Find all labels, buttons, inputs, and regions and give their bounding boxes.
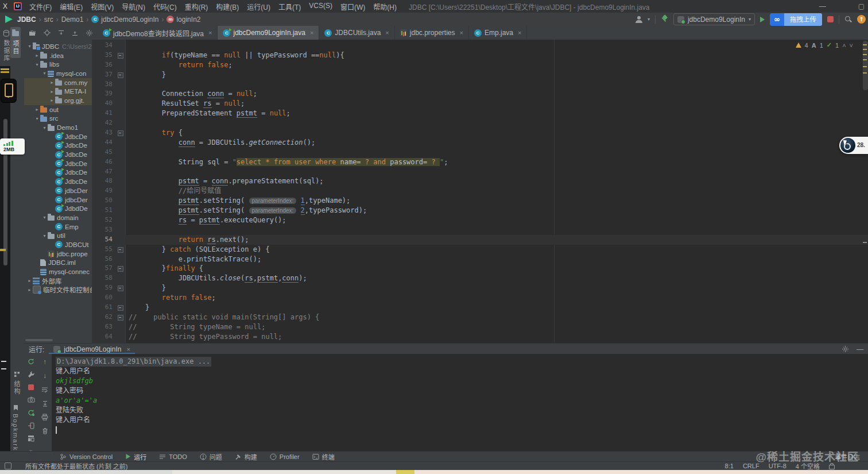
vertical-scrollbar[interactable] <box>863 41 868 90</box>
build-hammer-icon[interactable] <box>661 16 668 23</box>
locate-icon[interactable] <box>44 29 51 36</box>
editor-line[interactable]: 43 try { <box>92 128 868 138</box>
phone-overlay-icon[interactable] <box>1 79 17 103</box>
tree-item[interactable]: mysql-connec <box>24 267 92 276</box>
toolwindow-button-play[interactable]: 运行 <box>125 452 146 461</box>
tree-chevron-icon[interactable]: ▾ <box>41 71 48 76</box>
editor-tab[interactable]: jdbc.properties× <box>395 26 469 40</box>
editor-line[interactable]: 48 pstmt = conn.prepareStatement(sql); <box>92 176 868 186</box>
editor-line[interactable]: 51 pstmt.setString( parameterIndex: 2,ty… <box>92 206 868 215</box>
fold-icon[interactable] <box>118 315 123 321</box>
tree-item[interactable]: JDBCUt <box>24 240 92 249</box>
close-icon[interactable]: × <box>310 29 313 36</box>
menu-item[interactable]: 构建(B) <box>212 2 243 11</box>
breadcrumb-item[interactable]: JDBC <box>17 16 36 24</box>
editor-line[interactable]: 41 PreparedStatement pstmt = null; <box>92 109 868 118</box>
menu-item[interactable]: 导航(N) <box>118 2 149 11</box>
tree-item[interactable]: ▸META-I <box>24 87 92 96</box>
lock-icon[interactable] <box>829 465 835 469</box>
tree-chevron-icon[interactable]: ▾ <box>41 215 48 220</box>
tree-item[interactable]: jdbcDer <box>24 195 92 205</box>
editor-line[interactable]: 46 String sql = "select * from user wher… <box>92 157 868 167</box>
tree-item[interactable]: JdbcDe <box>24 132 92 141</box>
wrench-icon[interactable] <box>26 371 36 378</box>
editor-line[interactable]: 60 return false; <box>92 293 868 303</box>
update-notification-icon[interactable]: ↑ <box>857 15 866 24</box>
horizontal-scrollbar[interactable] <box>25 339 53 341</box>
tree-item[interactable]: JdbcDe <box>24 159 92 168</box>
editor-line[interactable]: 37 } <box>92 70 868 80</box>
tree-chevron-icon[interactable]: ▸ <box>49 80 55 85</box>
editor-line[interactable]: 61 } <box>92 303 868 313</box>
stripe-button-结构[interactable]: 结构 <box>11 368 22 398</box>
stop-icon[interactable] <box>26 383 36 391</box>
close-icon[interactable]: × <box>208 29 212 36</box>
tree-chevron-icon[interactable]: ▾ <box>41 125 48 130</box>
trash-icon[interactable] <box>40 426 49 436</box>
toolwindow-button-profiler[interactable]: Profiler <box>270 453 300 460</box>
menu-item[interactable]: 运行(U) <box>243 2 274 11</box>
breadcrumb-item[interactable]: jdbcDemo9LoginIn <box>91 16 158 24</box>
tree-chevron-icon[interactable]: ▾ <box>41 233 48 238</box>
editor-line[interactable]: 50 pstmt.setString( parameterIndex: 1,ty… <box>92 196 868 206</box>
fold-icon[interactable] <box>118 247 123 253</box>
tree-item[interactable]: ▸org.gjt. <box>24 96 92 105</box>
breadcrumb-item[interactable]: src <box>44 16 53 24</box>
editor-tab[interactable]: jdbcDemo8查询封装返回.java× <box>98 26 218 40</box>
menu-item[interactable]: 视图(V) <box>87 2 118 11</box>
status-widget-icon[interactable] <box>5 463 11 469</box>
tree-chevron-icon[interactable]: ▸ <box>34 53 40 58</box>
editor-line[interactable]: 63// String typeName = null; <box>92 322 868 332</box>
user-icon[interactable] <box>636 16 642 23</box>
tree-item[interactable]: ▸外部库 <box>24 276 92 286</box>
fold-icon[interactable] <box>118 130 123 136</box>
tree-item[interactable]: JDBC.iml <box>24 259 92 268</box>
breadcrumb-item[interactable]: Demo1 <box>61 16 84 24</box>
next-issue-icon[interactable]: ˅ <box>850 42 853 49</box>
menu-item[interactable]: 代码(C) <box>149 2 181 11</box>
console-line[interactable]: okjlsdfgb <box>56 376 868 386</box>
tree-item[interactable]: ▾JDBCC:\Users\2 <box>24 42 92 51</box>
toolwindow-button-todo[interactable]: TODO <box>159 453 187 460</box>
console-line[interactable]: 键入用户名 <box>56 415 868 425</box>
tree-item[interactable]: ▾Demo1 <box>24 123 92 132</box>
camera-icon[interactable] <box>26 396 36 403</box>
collapse-all-icon[interactable] <box>72 30 78 36</box>
editor-line[interactable]: 34 <box>92 41 868 51</box>
editor-line[interactable]: 56 e.printStackTrace(); <box>92 255 868 264</box>
exit-icon[interactable] <box>26 422 36 429</box>
editor-line[interactable]: 36 return false; <box>92 60 868 70</box>
expand-all-icon[interactable] <box>58 30 64 36</box>
drag-upload-button[interactable]: 拖拽上传 <box>784 13 822 26</box>
tree-item[interactable]: JdbdDe <box>24 204 92 213</box>
folders-icon[interactable] <box>29 30 36 36</box>
prev-issue-icon[interactable]: ˄ <box>842 42 846 49</box>
editor-line[interactable]: 49 //给问号赋值 <box>92 186 868 196</box>
tree-chevron-icon[interactable]: ▸ <box>34 107 40 112</box>
tree-item[interactable]: ▸com.my <box>24 78 92 87</box>
editor-line[interactable]: 40 ResultSet rs = null; <box>92 99 868 109</box>
tree-item[interactable]: ▸临时文件和控制台 <box>24 286 92 295</box>
menu-item[interactable]: 编辑(E) <box>56 2 87 11</box>
close-icon[interactable]: × <box>126 346 130 353</box>
caret-position[interactable]: 8:1 <box>725 463 734 469</box>
tree-item[interactable]: ▾src <box>24 114 92 124</box>
editor-line[interactable]: 52 rs = pstmt.executeQuery(); <box>92 215 868 225</box>
search-icon[interactable] <box>844 16 852 23</box>
tree-item[interactable]: JdbcDe <box>24 150 92 159</box>
rerun-icon[interactable] <box>26 357 36 365</box>
editor-line[interactable]: 55 } catch (SQLException e) { <box>92 245 868 255</box>
menu-item[interactable]: 窗口(W) <box>336 2 369 11</box>
hide-panel-icon[interactable]: — <box>857 345 863 353</box>
run-settings-gear-icon[interactable] <box>840 345 850 354</box>
run-configuration-select[interactable]: jdbcDemo9LoginIn ▾ <box>673 13 755 25</box>
editor-line[interactable]: 59 } <box>92 283 868 293</box>
breadcrumb-item[interactable]: loginIn2 <box>166 16 200 24</box>
print-icon[interactable] <box>40 413 49 422</box>
close-icon[interactable]: × <box>518 29 521 36</box>
editor-line[interactable]: 58 JDBCUtils.close(rs,pstmt,conn); <box>92 273 868 283</box>
menu-item[interactable]: 帮助(H) <box>369 2 401 11</box>
tree-chevron-icon[interactable]: ▾ <box>26 44 33 49</box>
code-editor[interactable]: 3435 if(typeName == null || typePassword… <box>92 40 868 343</box>
project-tree-panel[interactable]: ▾JDBCC:\Users\2▸.idea▾libs▾mysql-con▸com… <box>24 40 92 343</box>
